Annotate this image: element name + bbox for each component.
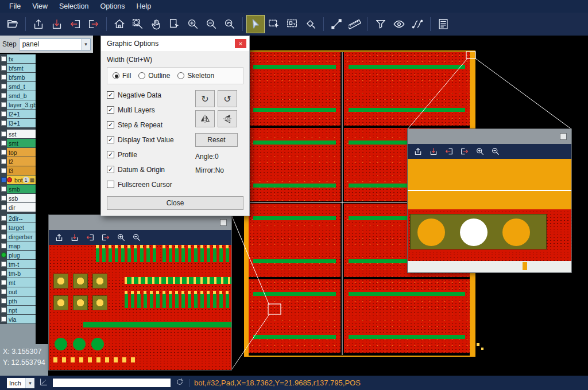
layer-row[interactable]: out bbox=[0, 287, 36, 296]
snap-corner-icon[interactable] bbox=[39, 377, 48, 389]
select-object-icon[interactable] bbox=[166, 15, 183, 33]
layer-visibility-checkbox[interactable] bbox=[1, 234, 6, 239]
import-down-icon[interactable] bbox=[428, 146, 439, 157]
layer-row[interactable]: l2+1 bbox=[0, 110, 36, 118]
filter-icon[interactable] bbox=[372, 15, 389, 33]
layer-row[interactable]: plug bbox=[0, 251, 36, 259]
layer-row[interactable]: 2dir-- bbox=[0, 214, 36, 223]
close-icon[interactable]: × bbox=[235, 39, 246, 48]
zoom-in-icon[interactable] bbox=[474, 146, 486, 157]
layer-row[interactable]: pth bbox=[0, 297, 36, 305]
magnifier-window-2[interactable] bbox=[408, 129, 571, 272]
report-icon[interactable] bbox=[435, 15, 452, 33]
magnifier-titlebar[interactable] bbox=[408, 129, 571, 144]
checkbox-box[interactable]: ✓ bbox=[107, 121, 114, 128]
layer-visibility-checkbox[interactable] bbox=[1, 102, 6, 107]
layer-visibility-checkbox[interactable] bbox=[1, 317, 6, 322]
line-tool-icon[interactable] bbox=[328, 15, 345, 33]
layer-visibility-checkbox[interactable] bbox=[1, 289, 6, 294]
layer-row[interactable]: smt bbox=[0, 139, 36, 147]
layer-row[interactable]: l3+1 bbox=[0, 119, 36, 127]
layer-row[interactable]: smb bbox=[0, 185, 36, 193]
zoom-in-icon[interactable] bbox=[184, 15, 202, 33]
layer-visibility-checkbox[interactable] bbox=[1, 177, 6, 182]
layer-row[interactable]: bfsmt bbox=[0, 64, 36, 72]
radio-outline[interactable]: Outline bbox=[138, 72, 170, 80]
mirror-horizontal-button[interactable] bbox=[195, 110, 215, 127]
radio-fill[interactable]: Fill bbox=[113, 72, 131, 80]
unit-select[interactable]: Inch ▾ bbox=[7, 378, 34, 388]
layer-row[interactable]: map bbox=[0, 241, 36, 250]
rotate-ccw-button[interactable]: ↺ bbox=[218, 90, 237, 107]
layer-visibility-checkbox[interactable] bbox=[1, 280, 6, 285]
layer-visibility-checkbox[interactable] bbox=[1, 141, 6, 146]
layer-row[interactable]: l2 bbox=[0, 157, 36, 166]
export-up-icon[interactable] bbox=[53, 232, 65, 243]
export-up-icon[interactable] bbox=[30, 15, 47, 33]
checkbox-box[interactable]: ✓ bbox=[107, 106, 114, 114]
layer-visibility-checkbox[interactable] bbox=[1, 196, 6, 201]
checkbox-profile[interactable]: ✓Profile bbox=[107, 150, 195, 159]
layer-visibility-checkbox[interactable] bbox=[1, 150, 6, 155]
layer-visibility-checkbox[interactable] bbox=[1, 75, 6, 80]
layer-visibility-checkbox[interactable] bbox=[1, 307, 6, 313]
dialog-titlebar[interactable]: Graphic Options × bbox=[101, 36, 249, 51]
zoom-out-icon[interactable] bbox=[131, 232, 142, 243]
checkbox-multi-layers[interactable]: ✓Multi Layers bbox=[107, 105, 195, 115]
layer-visibility-checkbox[interactable] bbox=[1, 120, 6, 126]
highlight-eye-icon[interactable] bbox=[390, 15, 408, 33]
layer-visibility-checkbox[interactable] bbox=[1, 225, 6, 230]
checkbox-box[interactable]: ✓ bbox=[107, 91, 114, 99]
layer-row[interactable]: mt bbox=[0, 278, 36, 287]
layer-row[interactable]: ssb bbox=[0, 194, 36, 202]
layer-row[interactable]: dirgerber bbox=[0, 232, 36, 241]
magnifier-window-1[interactable] bbox=[49, 215, 231, 370]
layer-visibility-checkbox[interactable] bbox=[1, 84, 6, 89]
close-button[interactable]: Close bbox=[107, 196, 243, 210]
checkbox-box[interactable]: ✓ bbox=[107, 166, 114, 173]
layer-visibility-checkbox[interactable] bbox=[1, 93, 6, 98]
radio-skeleton[interactable]: Skeleton bbox=[177, 72, 214, 80]
layer-visibility-checkbox[interactable] bbox=[1, 168, 6, 173]
ruler-icon[interactable] bbox=[346, 15, 363, 33]
layer-row[interactable]: smd_b bbox=[0, 91, 36, 100]
pan-hand-icon[interactable] bbox=[148, 15, 165, 33]
open-folder-icon[interactable] bbox=[4, 15, 21, 33]
move-right-icon[interactable] bbox=[459, 146, 470, 157]
layer-visibility-checkbox[interactable] bbox=[1, 271, 6, 276]
layer-visibility-checkbox[interactable] bbox=[1, 65, 6, 71]
menu-file[interactable]: File bbox=[3, 0, 26, 13]
chevron-down-icon[interactable]: ▾ bbox=[25, 378, 34, 388]
zoom-previous-icon[interactable] bbox=[221, 15, 238, 33]
import-down-icon[interactable] bbox=[48, 15, 65, 33]
layer-visibility-checkbox[interactable] bbox=[1, 186, 6, 192]
magnifier-minimize-button[interactable] bbox=[560, 133, 567, 140]
layer-row-active[interactable]: bot1▦ bbox=[0, 176, 36, 184]
pointer-tool-icon[interactable] bbox=[247, 15, 264, 33]
group-select-icon[interactable] bbox=[284, 15, 301, 33]
layer-row[interactable]: layer_3.gbr bbox=[0, 100, 36, 109]
layer-row[interactable]: via bbox=[0, 315, 36, 323]
layer-visibility-checkbox[interactable] bbox=[1, 159, 6, 164]
move-left-icon[interactable] bbox=[84, 232, 96, 243]
layer-row[interactable]: fx bbox=[0, 54, 36, 63]
checkbox-box[interactable]: ✓ bbox=[107, 136, 114, 143]
checkbox-step-repeat[interactable]: ✓Step & Repeat bbox=[107, 120, 195, 130]
menu-view[interactable]: View bbox=[26, 0, 53, 13]
zoom-out-icon[interactable] bbox=[203, 15, 220, 33]
import-down-icon[interactable] bbox=[69, 232, 80, 243]
layer-visibility-checkbox[interactable] bbox=[1, 131, 6, 136]
layer-visibility-checkbox[interactable] bbox=[1, 56, 6, 61]
magnifier-minimize-button[interactable] bbox=[220, 219, 227, 226]
zoom-out-icon[interactable] bbox=[490, 146, 501, 157]
layer-row[interactable]: dir bbox=[0, 203, 36, 212]
layer-row[interactable]: target bbox=[0, 223, 36, 232]
layer-row[interactable]: top bbox=[0, 148, 36, 157]
layer-visibility-checkbox[interactable] bbox=[1, 205, 6, 210]
checkbox-box[interactable] bbox=[107, 181, 114, 188]
layer-row[interactable]: bfsmb bbox=[0, 73, 36, 81]
chevron-down-icon[interactable]: ▾ bbox=[81, 39, 90, 50]
measure-object-icon[interactable] bbox=[302, 15, 319, 33]
step-select[interactable]: panel ▾ bbox=[19, 38, 91, 50]
layer-row[interactable]: sst bbox=[0, 130, 36, 138]
